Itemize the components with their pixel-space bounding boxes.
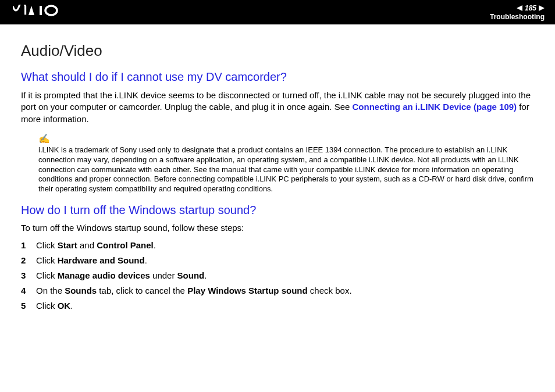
step-2: Click Hardware and Sound. <box>21 254 534 268</box>
q2-steps: Click Start and Control Panel. Click Har… <box>21 238 534 313</box>
svg-point-1 <box>45 6 57 15</box>
vaio-logo <box>13 5 69 20</box>
q2-intro: To turn off the Windows startup sound, f… <box>21 223 534 233</box>
q1-body: If it is prompted that the i.LINK device… <box>21 90 534 125</box>
page-content: Audio/Video What should I do if I cannot… <box>0 24 555 326</box>
q1-crossref-link[interactable]: Connecting an i.LINK Device (page 109) <box>353 102 517 112</box>
note-icon: ✍ <box>38 133 534 144</box>
q1-heading: What should I do if I cannot use my DV c… <box>21 70 534 84</box>
step-4: On the Sounds tab, click to cancel the P… <box>21 284 534 298</box>
q1-note: ✍ i.LINK is a trademark of Sony used onl… <box>38 133 534 194</box>
nav-prev-icon[interactable] <box>517 5 522 11</box>
step-1: Click Start and Control Panel. <box>21 238 534 252</box>
page-number: 185 <box>525 4 536 12</box>
header-bar: 185 Troubleshooting <box>0 0 555 24</box>
page-nav: 185 <box>490 4 545 12</box>
nav-next-icon[interactable] <box>539 5 545 11</box>
page-title: Audio/Video <box>21 42 534 60</box>
header-right: 185 Troubleshooting <box>490 4 545 21</box>
step-5: Click OK. <box>21 299 534 313</box>
vaio-logo-svg <box>13 5 69 16</box>
q2-heading: How do I turn off the Windows startup so… <box>21 204 534 217</box>
svg-rect-0 <box>40 6 42 15</box>
step-3: Click Manage audio devices under Sound. <box>21 269 534 283</box>
section-label: Troubleshooting <box>490 13 545 21</box>
q1-note-text: i.LINK is a trademark of Sony used only … <box>38 145 534 194</box>
